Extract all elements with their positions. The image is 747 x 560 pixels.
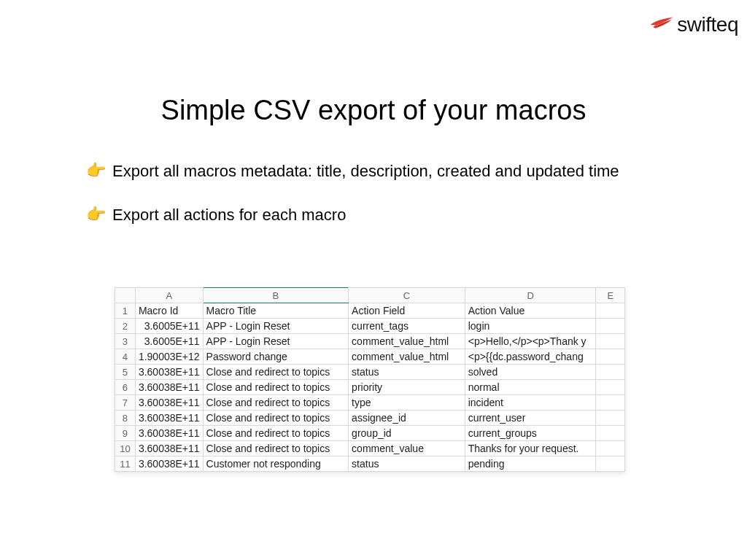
cell <box>596 365 625 380</box>
cell: Password change <box>203 349 349 365</box>
cell: 3.60038E+11 <box>135 426 203 441</box>
bullet-item: 👉 Export all macros metadata: title, des… <box>86 160 659 182</box>
page-title: Simple CSV export of your macros <box>0 95 747 126</box>
column-header: A <box>135 288 203 303</box>
cell: Action Field <box>349 303 465 319</box>
cell: pending <box>465 456 596 472</box>
bullet-text: Export all macros metadata: title, descr… <box>112 160 619 182</box>
cell: comment_value_html <box>349 349 465 365</box>
bullet-item: 👉 Export all actions for each macro <box>86 204 659 226</box>
cell: 3.60038E+11 <box>135 441 203 456</box>
cell: 3.6005E+11 <box>135 334 203 349</box>
table-row: 6 3.60038E+11 Close and redirect to topi… <box>115 380 625 395</box>
table-row: 9 3.60038E+11 Close and redirect to topi… <box>115 426 625 441</box>
table-row: 8 3.60038E+11 Close and redirect to topi… <box>115 411 625 426</box>
row-number: 9 <box>115 426 136 441</box>
cell: current_tags <box>349 319 465 334</box>
cell: APP - Login Reset <box>203 334 349 349</box>
cell: normal <box>465 380 596 395</box>
cell: Close and redirect to topics <box>203 411 349 426</box>
cell: Close and redirect to topics <box>203 365 349 380</box>
brand-name: swifteq <box>677 13 738 36</box>
cell: comment_value <box>349 441 465 456</box>
column-header-row: A B C D E <box>115 288 625 303</box>
cell: status <box>349 365 465 380</box>
cell: 3.60038E+11 <box>135 456 203 472</box>
bullet-list: 👉 Export all macros metadata: title, des… <box>86 160 659 248</box>
cell: 3.60038E+11 <box>135 380 203 395</box>
cell: solved <box>465 365 596 380</box>
cell <box>596 380 625 395</box>
cell: 1.90003E+12 <box>135 349 203 365</box>
cell: priority <box>349 380 465 395</box>
row-number: 5 <box>115 365 136 380</box>
cell: group_id <box>349 426 465 441</box>
cell: Close and redirect to topics <box>203 395 349 411</box>
pointing-hand-icon: 👉 <box>86 160 105 181</box>
spreadsheet-preview: A B C D E 1 Macro Id Macro Title Action … <box>115 287 625 472</box>
column-header: E <box>596 288 625 303</box>
bullet-text: Export all actions for each macro <box>112 204 346 226</box>
cell: Action Value <box>465 303 596 319</box>
cell: type <box>349 395 465 411</box>
row-number: 11 <box>115 456 136 472</box>
column-header: D <box>465 288 596 303</box>
cell <box>596 426 625 441</box>
cell: Customer not responding <box>203 456 349 472</box>
table-row: 4 1.90003E+12 Password change comment_va… <box>115 349 625 365</box>
cell: Close and redirect to topics <box>203 426 349 441</box>
cell: <p>Hello,</p><p>Thank y <box>465 334 596 349</box>
cell: Thanks for your request. <box>465 441 596 456</box>
table-row: 10 3.60038E+11 Close and redirect to top… <box>115 441 625 456</box>
cell: Macro Id <box>135 303 203 319</box>
table-row: 2 3.6005E+11 APP - Login Reset current_t… <box>115 319 625 334</box>
cell: 3.6005E+11 <box>135 319 203 334</box>
row-number: 3 <box>115 334 136 349</box>
cell <box>596 456 625 472</box>
cell <box>596 319 625 334</box>
cell <box>596 441 625 456</box>
row-number: 1 <box>115 303 136 319</box>
cell <box>596 334 625 349</box>
table-row: 5 3.60038E+11 Close and redirect to topi… <box>115 365 625 380</box>
column-header: C <box>349 288 465 303</box>
cell: Macro Title <box>203 303 349 319</box>
cell <box>596 349 625 365</box>
select-all-corner <box>115 288 136 303</box>
row-number: 8 <box>115 411 136 426</box>
cell: login <box>465 319 596 334</box>
table-row: 11 3.60038E+11 Customer not responding s… <box>115 456 625 472</box>
cell: APP - Login Reset <box>203 319 349 334</box>
row-number: 6 <box>115 380 136 395</box>
cell: Close and redirect to topics <box>203 380 349 395</box>
pointing-hand-icon: 👉 <box>86 204 105 225</box>
cell: 3.60038E+11 <box>135 365 203 380</box>
swoosh-icon <box>649 15 674 35</box>
table-row: 3 3.6005E+11 APP - Login Reset comment_v… <box>115 334 625 349</box>
column-header: B <box>203 288 349 303</box>
cell: current_groups <box>465 426 596 441</box>
cell: comment_value_html <box>349 334 465 349</box>
row-number: 4 <box>115 349 136 365</box>
brand-logo: swifteq <box>649 13 738 36</box>
cell: 3.60038E+11 <box>135 395 203 411</box>
cell: assignee_id <box>349 411 465 426</box>
table-row: 1 Macro Id Macro Title Action Field Acti… <box>115 303 625 319</box>
row-number: 2 <box>115 319 136 334</box>
cell: 3.60038E+11 <box>135 411 203 426</box>
cell: Close and redirect to topics <box>203 441 349 456</box>
cell: <p>{{dc.password_chang <box>465 349 596 365</box>
cell <box>596 411 625 426</box>
row-number: 7 <box>115 395 136 411</box>
cell <box>596 395 625 411</box>
row-number: 10 <box>115 441 136 456</box>
table-row: 7 3.60038E+11 Close and redirect to topi… <box>115 395 625 411</box>
cell: status <box>349 456 465 472</box>
cell: incident <box>465 395 596 411</box>
cell: current_user <box>465 411 596 426</box>
cell <box>596 303 625 319</box>
